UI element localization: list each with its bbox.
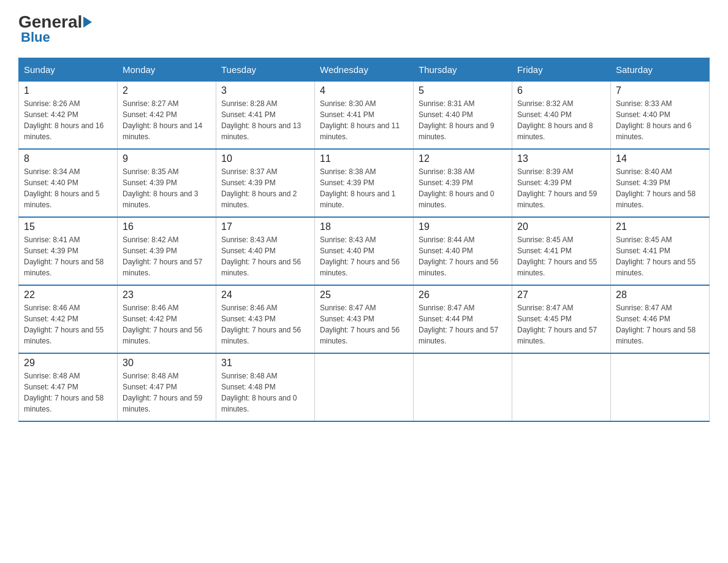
calendar-cell [512,353,611,421]
logo: General Blue [18,12,93,45]
day-info: Sunrise: 8:41 AMSunset: 4:39 PMDaylight:… [24,234,112,278]
day-info: Sunrise: 8:48 AMSunset: 4:48 PMDaylight:… [221,370,309,415]
calendar-cell: 5Sunrise: 8:31 AMSunset: 4:40 PMDaylight… [414,82,512,150]
day-info: Sunrise: 8:48 AMSunset: 4:47 PMDaylight:… [123,370,211,415]
day-number: 10 [221,153,309,164]
calendar-cell: 12Sunrise: 8:38 AMSunset: 4:39 PMDayligh… [414,149,512,217]
day-number: 24 [221,289,309,301]
calendar-cell: 15Sunrise: 8:41 AMSunset: 4:39 PMDayligh… [19,217,118,285]
day-info: Sunrise: 8:37 AMSunset: 4:39 PMDaylight:… [221,166,309,210]
header-tuesday: Tuesday [216,58,315,82]
calendar-cell: 16Sunrise: 8:42 AMSunset: 4:39 PMDayligh… [118,217,216,285]
day-info: Sunrise: 8:48 AMSunset: 4:47 PMDaylight:… [24,370,112,415]
day-info: Sunrise: 8:38 AMSunset: 4:39 PMDaylight:… [419,166,507,210]
calendar-cell: 24Sunrise: 8:46 AMSunset: 4:43 PMDayligh… [216,285,315,353]
day-info: Sunrise: 8:46 AMSunset: 4:42 PMDaylight:… [24,302,112,347]
day-number: 11 [320,153,408,164]
day-number: 22 [24,289,112,301]
calendar-cell: 18Sunrise: 8:43 AMSunset: 4:40 PMDayligh… [315,217,414,285]
calendar-cell [611,353,710,421]
day-number: 9 [123,153,211,164]
day-number: 28 [616,289,704,301]
header: General Blue [18,12,710,45]
day-info: Sunrise: 8:28 AMSunset: 4:41 PMDaylight:… [221,98,309,142]
day-number: 13 [517,153,605,164]
day-number: 2 [123,85,211,96]
day-number: 14 [616,153,704,164]
day-info: Sunrise: 8:45 AMSunset: 4:41 PMDaylight:… [616,234,704,278]
day-number: 8 [24,153,112,164]
calendar-cell [414,353,512,421]
day-number: 1 [24,85,112,96]
logo-arrow-icon [83,17,92,28]
day-number: 5 [419,85,507,96]
calendar-cell: 29Sunrise: 8:48 AMSunset: 4:47 PMDayligh… [19,353,118,421]
day-number: 25 [320,289,408,301]
day-info: Sunrise: 8:39 AMSunset: 4:39 PMDaylight:… [517,166,605,210]
day-number: 19 [419,221,507,232]
calendar-cell: 7Sunrise: 8:33 AMSunset: 4:40 PMDaylight… [611,82,710,150]
day-info: Sunrise: 8:44 AMSunset: 4:40 PMDaylight:… [419,234,507,278]
day-number: 29 [24,358,112,369]
calendar-cell: 20Sunrise: 8:45 AMSunset: 4:41 PMDayligh… [512,217,611,285]
calendar-cell: 2Sunrise: 8:27 AMSunset: 4:42 PMDaylight… [118,82,216,150]
calendar-cell: 23Sunrise: 8:46 AMSunset: 4:42 PMDayligh… [118,285,216,353]
day-number: 7 [616,85,704,96]
day-number: 4 [320,85,408,96]
day-info: Sunrise: 8:43 AMSunset: 4:40 PMDaylight:… [221,234,309,278]
day-info: Sunrise: 8:38 AMSunset: 4:39 PMDaylight:… [320,166,408,210]
day-info: Sunrise: 8:27 AMSunset: 4:42 PMDaylight:… [123,98,211,142]
day-info: Sunrise: 8:47 AMSunset: 4:46 PMDaylight:… [616,302,704,347]
calendar-cell: 9Sunrise: 8:35 AMSunset: 4:39 PMDaylight… [118,149,216,217]
calendar-week-1: 1Sunrise: 8:26 AMSunset: 4:42 PMDaylight… [19,82,710,150]
day-info: Sunrise: 8:43 AMSunset: 4:40 PMDaylight:… [320,234,408,278]
day-info: Sunrise: 8:46 AMSunset: 4:43 PMDaylight:… [221,302,309,347]
day-number: 23 [123,289,211,301]
header-monday: Monday [118,58,216,82]
day-number: 20 [517,221,605,232]
day-number: 26 [419,289,507,301]
calendar-week-5: 29Sunrise: 8:48 AMSunset: 4:47 PMDayligh… [19,353,710,421]
day-number: 31 [221,358,309,369]
calendar-cell: 21Sunrise: 8:45 AMSunset: 4:41 PMDayligh… [611,217,710,285]
calendar-cell: 27Sunrise: 8:47 AMSunset: 4:45 PMDayligh… [512,285,611,353]
day-info: Sunrise: 8:33 AMSunset: 4:40 PMDaylight:… [616,98,704,142]
header-friday: Friday [512,58,611,82]
logo-sub-text: Blue [21,29,50,45]
calendar-week-2: 8Sunrise: 8:34 AMSunset: 4:40 PMDaylight… [19,149,710,217]
calendar-cell: 22Sunrise: 8:46 AMSunset: 4:42 PMDayligh… [19,285,118,353]
calendar-cell: 8Sunrise: 8:34 AMSunset: 4:40 PMDaylight… [19,149,118,217]
day-info: Sunrise: 8:31 AMSunset: 4:40 PMDaylight:… [419,98,507,142]
day-info: Sunrise: 8:45 AMSunset: 4:41 PMDaylight:… [517,234,605,278]
calendar-cell: 13Sunrise: 8:39 AMSunset: 4:39 PMDayligh… [512,149,611,217]
calendar-header-row: SundayMondayTuesdayWednesdayThursdayFrid… [19,58,710,82]
calendar-cell: 17Sunrise: 8:43 AMSunset: 4:40 PMDayligh… [216,217,315,285]
day-number: 18 [320,221,408,232]
day-number: 27 [517,289,605,301]
calendar-cell: 26Sunrise: 8:47 AMSunset: 4:44 PMDayligh… [414,285,512,353]
calendar-cell [315,353,414,421]
calendar-week-3: 15Sunrise: 8:41 AMSunset: 4:39 PMDayligh… [19,217,710,285]
day-info: Sunrise: 8:30 AMSunset: 4:41 PMDaylight:… [320,98,408,142]
calendar-cell: 31Sunrise: 8:48 AMSunset: 4:48 PMDayligh… [216,353,315,421]
calendar-body: 1Sunrise: 8:26 AMSunset: 4:42 PMDaylight… [19,82,710,422]
calendar-table: SundayMondayTuesdayWednesdayThursdayFrid… [18,58,710,422]
calendar-cell: 14Sunrise: 8:40 AMSunset: 4:39 PMDayligh… [611,149,710,217]
day-info: Sunrise: 8:47 AMSunset: 4:45 PMDaylight:… [517,302,605,347]
calendar-week-4: 22Sunrise: 8:46 AMSunset: 4:42 PMDayligh… [19,285,710,353]
day-info: Sunrise: 8:47 AMSunset: 4:43 PMDaylight:… [320,302,408,347]
day-number: 6 [517,85,605,96]
calendar-cell: 6Sunrise: 8:32 AMSunset: 4:40 PMDaylight… [512,82,611,150]
day-info: Sunrise: 8:34 AMSunset: 4:40 PMDaylight:… [24,166,112,210]
day-info: Sunrise: 8:32 AMSunset: 4:40 PMDaylight:… [517,98,605,142]
day-info: Sunrise: 8:46 AMSunset: 4:42 PMDaylight:… [123,302,211,347]
day-info: Sunrise: 8:40 AMSunset: 4:39 PMDaylight:… [616,166,704,210]
header-thursday: Thursday [414,58,512,82]
day-number: 30 [123,358,211,369]
calendar-cell: 1Sunrise: 8:26 AMSunset: 4:42 PMDaylight… [19,82,118,150]
header-sunday: Sunday [19,58,118,82]
day-info: Sunrise: 8:42 AMSunset: 4:39 PMDaylight:… [123,234,211,278]
day-number: 16 [123,221,211,232]
day-number: 21 [616,221,704,232]
day-number: 17 [221,221,309,232]
